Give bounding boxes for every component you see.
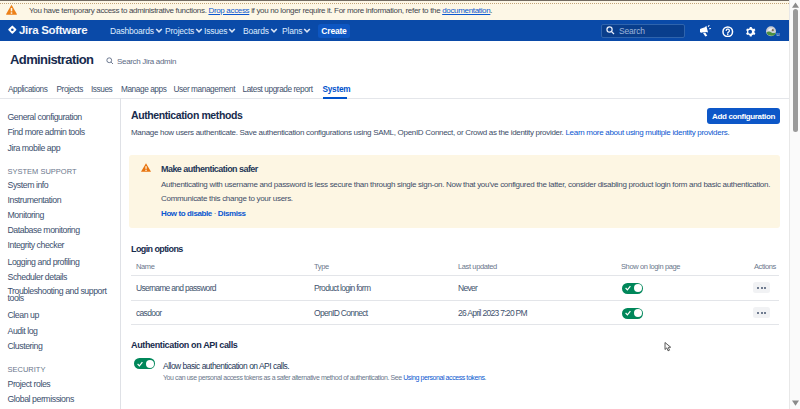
svg-text:u: u: [776, 31, 779, 37]
